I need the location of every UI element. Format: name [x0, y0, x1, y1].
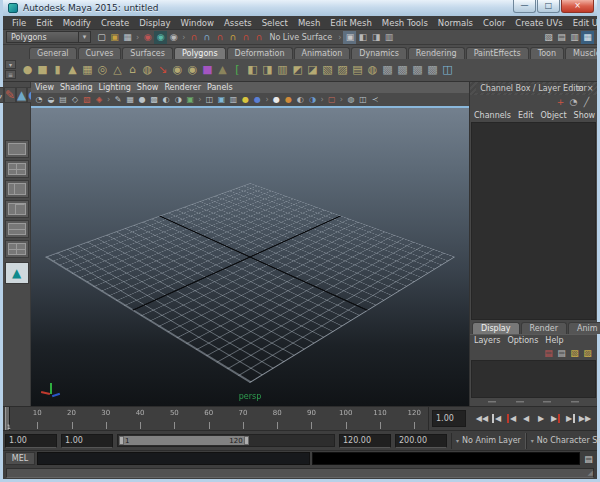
panel-menu-shading[interactable]: Shading	[60, 83, 99, 92]
four-pane-layout-button[interactable]	[5, 160, 29, 178]
uv-editor-icon[interactable]: ◫	[440, 60, 455, 80]
shelf-tab-muscle[interactable]: Muscle	[565, 47, 597, 59]
panel-menu-panels[interactable]: Panels	[207, 83, 239, 92]
poly-cylinder-icon[interactable]: ▮	[50, 60, 65, 80]
quad-draw-icon[interactable]: [	[230, 60, 245, 80]
inputs-to-selected-icon[interactable]: ◧	[356, 31, 369, 44]
command-input[interactable]	[37, 452, 310, 465]
snap-to-grid-icon[interactable]: ∩	[187, 31, 200, 44]
smooth-icon[interactable]: ◍	[365, 60, 380, 80]
subdiv-cube-icon[interactable]: ■	[200, 60, 215, 80]
uv-cylindrical-projection-icon[interactable]: ▩	[410, 60, 425, 80]
plugin-panel-icon[interactable]: ◫	[357, 94, 369, 106]
cb-menu-channels[interactable]: Channels	[474, 111, 518, 120]
menu-select[interactable]: Select	[257, 18, 293, 28]
play-backwards-button[interactable]: ◀	[519, 411, 533, 427]
multisample-aa-icon[interactable]: ▣	[215, 94, 227, 106]
combine-icon[interactable]: ▨	[335, 60, 350, 80]
select-camera-icon[interactable]: ◔	[33, 94, 45, 106]
step-back-frame-button[interactable]: ◀	[504, 411, 518, 427]
panel-menu-view[interactable]: View	[35, 83, 60, 92]
range-slider-bar[interactable]: 1 120	[119, 436, 249, 445]
layer-tab-render[interactable]: Render	[521, 322, 567, 334]
target-weld-icon[interactable]: ◨	[260, 60, 275, 80]
share-views-icon[interactable]: ≺	[369, 94, 381, 106]
maximize-button[interactable]: □	[537, 0, 560, 13]
channel-list-empty[interactable]	[471, 122, 596, 320]
le-menu-options[interactable]: Options	[507, 336, 545, 345]
snap-to-point-icon[interactable]: ∩	[213, 31, 226, 44]
play-forwards-button[interactable]: ▶	[534, 411, 548, 427]
go-to-start-button[interactable]: ◀◀	[474, 411, 488, 427]
textured-material-icon[interactable]: ●	[283, 94, 295, 106]
extrude-icon[interactable]: ▧	[320, 60, 335, 80]
shelf-tab-toon[interactable]: Toon	[530, 47, 564, 59]
select-by-hierarchy-icon[interactable]: ◉	[141, 31, 154, 44]
new-scene-icon[interactable]: ▢	[95, 31, 108, 44]
menu-normals[interactable]: Normals	[433, 18, 478, 28]
character-set-dropdown[interactable]: ▾ No Character Set	[526, 433, 600, 449]
snap-to-view-plane-icon[interactable]: ∩	[239, 31, 252, 44]
shelf-tab-toggle-icon[interactable]: ▾	[5, 60, 16, 69]
new-layer-from-selected-icon[interactable]: ▨	[581, 347, 594, 360]
menu-file[interactable]: File	[7, 18, 31, 28]
panel-menu-show[interactable]: Show	[137, 83, 165, 92]
construction-history-toggle-icon[interactable]: ▥	[382, 31, 395, 44]
bridge-icon[interactable]: ◪	[305, 60, 320, 80]
poly-terrain-icon[interactable]: ▲	[215, 60, 230, 80]
le-menu-help[interactable]: Help	[545, 336, 570, 345]
poly-sphere-icon[interactable]: ●	[20, 60, 35, 80]
make-object-live-icon[interactable]: ∩	[252, 31, 265, 44]
playback-start-field[interactable]: 1.00	[61, 434, 113, 448]
shelf-tab-deformation[interactable]: Deformation	[227, 47, 293, 59]
range-start-handle[interactable]	[119, 436, 124, 445]
modeling-toolkit-icon[interactable]: ▧	[542, 31, 555, 44]
time-slider[interactable]: 1020304050607080901001101201	[3, 407, 429, 430]
persp-outliner-layout-button[interactable]	[5, 180, 29, 198]
shadows-icon[interactable]: ◑	[172, 94, 184, 106]
animation-start-field[interactable]: 1.00	[5, 434, 57, 448]
separate-icon[interactable]: ▤	[350, 60, 365, 80]
poly-plane-icon[interactable]: ▦	[80, 60, 95, 80]
viewport-canvas[interactable]: persp	[31, 106, 469, 406]
shelf-tab-rendering[interactable]: Rendering	[408, 47, 465, 59]
layer-visibility-icon[interactable]: ▤	[555, 347, 568, 360]
menu-assets[interactable]: Assets	[219, 18, 257, 28]
default-lighting-icon[interactable]: ●	[239, 94, 251, 106]
minimize-button[interactable]: —	[513, 0, 536, 13]
step-forward-key-button[interactable]: ▶	[564, 411, 578, 427]
channel-box-icon[interactable]: ▦	[581, 31, 594, 44]
anim-layer-dropdown[interactable]: ▾ No Anim Layer	[451, 433, 526, 449]
step-forward-frame-button[interactable]: ▶	[549, 411, 563, 427]
shelf-tab-general[interactable]: General	[29, 47, 77, 59]
open-scene-icon[interactable]: ▣	[108, 31, 121, 44]
cb-menu-show[interactable]: Show	[574, 111, 600, 120]
menu-color[interactable]: Color	[478, 18, 510, 28]
poly-pipe-icon[interactable]: ◍	[140, 60, 155, 80]
channel-box-header[interactable]: Channel Box / Layer Editor ⊡×	[470, 82, 597, 95]
menu-set-arrow-icon[interactable]: ▾	[78, 31, 91, 43]
le-menu-layers[interactable]: Layers	[474, 336, 507, 345]
two-pane-stacked-layout-button[interactable]	[5, 220, 29, 238]
layer-tab-anim[interactable]: Anim	[568, 322, 600, 334]
close-button[interactable]: ×	[561, 0, 594, 13]
paint-selection-tool-icon[interactable]: ✎	[4, 87, 16, 103]
screen-space-ao-icon[interactable]: ▣	[184, 94, 196, 106]
motion-blur-icon[interactable]: ◫	[203, 94, 215, 106]
go-to-end-button[interactable]: ▶▶	[579, 411, 593, 427]
resize-grip-icon[interactable]: ◢	[588, 469, 593, 477]
menu-mesh[interactable]: Mesh	[293, 18, 325, 28]
menu-modify[interactable]: Modify	[58, 18, 96, 28]
poly-cube-icon[interactable]: ■	[35, 60, 50, 80]
close-panel-icon[interactable]: ×	[585, 83, 595, 94]
menu-edit[interactable]: Edit	[31, 18, 57, 28]
animation-end-field[interactable]: 200.00	[395, 434, 447, 448]
move-tool-icon[interactable]: ▲	[16, 87, 27, 103]
tool-settings-icon[interactable]: ▥	[568, 31, 581, 44]
dock-panel-icon[interactable]: ⊡	[575, 83, 585, 94]
silhouette-lighting-icon[interactable]: ●	[251, 94, 263, 106]
menu-edit-uvs[interactable]: Edit UVs	[568, 18, 597, 28]
shelf-tab-curves[interactable]: Curves	[78, 47, 122, 59]
bevel-icon[interactable]: ◩	[290, 60, 305, 80]
two-d-pan-zoom-icon[interactable]: ◈	[93, 94, 105, 106]
